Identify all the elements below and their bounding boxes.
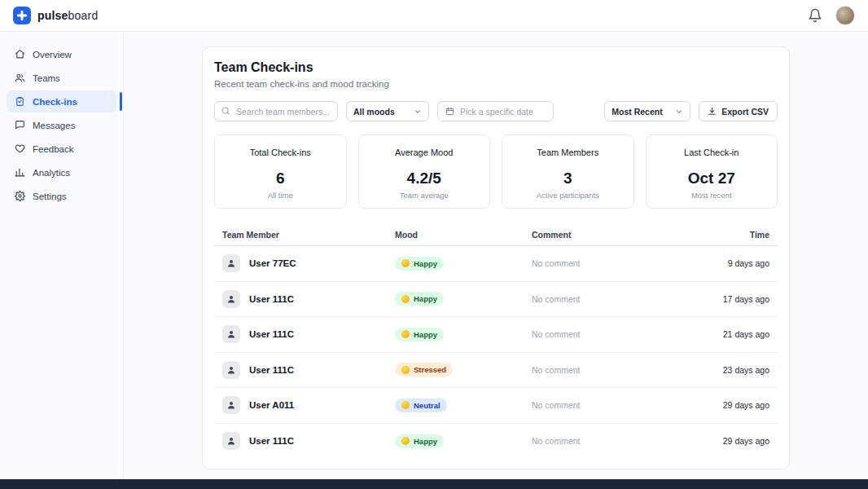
sort-select[interactable]: Most Recent [604, 101, 690, 121]
mood-label: Neutral [414, 401, 441, 410]
sort-select-value: Most Recent [612, 107, 662, 117]
brand-logo[interactable]: pulseboard [13, 7, 98, 24]
person-icon [226, 258, 236, 268]
stat-label: Total Check-ins [250, 148, 311, 157]
member-name: User 111C [249, 329, 294, 339]
mood-label: Stressed [414, 365, 446, 374]
time-cell: 21 days ago [647, 329, 769, 339]
sidebar-item-label: Settings [33, 192, 67, 201]
chat-icon [15, 120, 25, 130]
time-cell: 29 days ago [647, 400, 769, 410]
comment-cell: No comment [532, 400, 647, 410]
sidebar-item-settings[interactable]: Settings [7, 185, 116, 207]
bottom-taskbar-strip [0, 479, 868, 489]
stat-label: Team Members [537, 148, 598, 157]
mood-badge: Happy [395, 328, 444, 341]
table-row[interactable]: User 111C Happy No comment 21 days ago [214, 317, 778, 353]
sidebar-item-teams[interactable]: Teams [7, 67, 116, 89]
time-cell: 29 days ago [647, 436, 769, 446]
member-name: User 111C [249, 436, 294, 446]
sidebar-item-messages[interactable]: Messages [7, 114, 116, 136]
person-icon [226, 400, 236, 410]
sidebar-item-feedback[interactable]: Feedback [7, 138, 116, 160]
stat-card-total-check-ins: Total Check-ins 6 All time [214, 134, 347, 209]
table-row[interactable]: User 111C Happy No comment 29 days ago [214, 424, 778, 460]
mood-badge: Happy [395, 257, 444, 271]
member-avatar [222, 290, 240, 308]
comment-cell: No comment [532, 436, 647, 446]
col-header-time: Time [647, 230, 769, 240]
mood-badge: Stressed [395, 363, 453, 377]
download-icon [708, 107, 717, 116]
user-avatar[interactable] [835, 6, 855, 25]
users-icon [15, 73, 25, 83]
stat-label: Last Check-in [684, 148, 739, 157]
brand-name: pulseboard [37, 9, 98, 22]
table-row[interactable]: User A011 Neutral No comment 29 days ago [214, 388, 778, 424]
chevron-down-icon [414, 108, 422, 116]
person-icon [226, 294, 236, 304]
member-avatar [222, 396, 240, 414]
member-name: User 111C [249, 294, 294, 304]
time-cell: 23 days ago [647, 365, 769, 375]
heart-icon [15, 143, 25, 154]
page-subtitle: Recent team check-ins and mood tracking [214, 79, 778, 89]
stat-label: Average Mood [395, 148, 453, 157]
mood-badge: Happy [395, 434, 444, 448]
time-cell: 9 days ago [647, 258, 769, 268]
gear-icon [15, 191, 25, 201]
stat-value: 4.2/5 [407, 170, 441, 187]
comment-cell: No comment [532, 258, 647, 268]
main-content: Team Check-ins Recent team check-ins and… [124, 32, 868, 479]
calendar-icon [445, 107, 454, 116]
col-header-team-member: Team Member [222, 230, 395, 240]
member-avatar [222, 254, 240, 272]
emoji-happy-icon [401, 437, 410, 445]
emoji-neutral-icon [401, 401, 410, 409]
member-name: User 111C [249, 365, 294, 375]
member-cell: User 111C [222, 325, 395, 343]
member-cell: User 111C [222, 290, 395, 308]
mood-label: Happy [414, 259, 437, 268]
member-avatar [222, 361, 240, 379]
sidebar-item-label: Teams [33, 73, 60, 83]
member-cell: User 111C [222, 361, 395, 379]
emoji-happy-icon [401, 330, 410, 338]
stats-row: Total Check-ins 6 All time Average Mood … [214, 134, 778, 209]
brand-name-bold: pulse [37, 9, 68, 22]
mood-label: Happy [414, 330, 437, 339]
member-cell: User 77EC [222, 254, 395, 272]
mood-filter-select[interactable]: All moods [346, 101, 429, 121]
member-avatar [222, 325, 240, 343]
top-bar: pulseboard [0, 0, 868, 32]
export-csv-label: Export CSV [721, 107, 769, 117]
search-field-wrap [214, 101, 338, 121]
table-row[interactable]: User 77EC Happy No comment 9 days ago [214, 246, 778, 282]
stat-card-average-mood: Average Mood 4.2/5 Team average [358, 134, 491, 209]
sidebar-item-analytics[interactable]: Analytics [7, 161, 116, 183]
mood-filter-value: All moods [353, 107, 395, 117]
stat-sub: Team average [400, 191, 449, 200]
stat-value: 6 [276, 170, 285, 187]
sidebar-item-overview[interactable]: Overview [7, 43, 116, 65]
notifications-bell-icon[interactable] [808, 8, 822, 23]
col-header-comment: Comment [532, 230, 647, 240]
table-row[interactable]: User 111C Happy No comment 17 days ago [214, 282, 778, 318]
mood-badge: Neutral [395, 399, 447, 412]
export-csv-button[interactable]: Export CSV [699, 101, 778, 121]
search-icon [221, 106, 230, 116]
check-ins-table: Team Member Mood Comment Time User 77EC … [214, 223, 778, 459]
table-row[interactable]: User 111C Stressed No comment 23 days ag… [214, 353, 778, 389]
mood-badge: Happy [395, 292, 444, 306]
person-icon [226, 436, 236, 446]
pulseboard-logo-icon [13, 7, 31, 24]
date-picker-field[interactable]: Pick a specific date [437, 101, 554, 121]
stat-card-team-members: Team Members 3 Active participants [502, 134, 634, 209]
time-cell: 17 days ago [647, 294, 769, 304]
sidebar-item-check-ins[interactable]: Check-ins [7, 90, 116, 112]
search-input[interactable] [214, 101, 338, 121]
mood-label: Happy [414, 294, 437, 303]
page-title: Team Check-ins [214, 60, 778, 75]
sidebar-item-label: Overview [33, 50, 72, 59]
date-picker-placeholder: Pick a specific date [460, 107, 533, 117]
